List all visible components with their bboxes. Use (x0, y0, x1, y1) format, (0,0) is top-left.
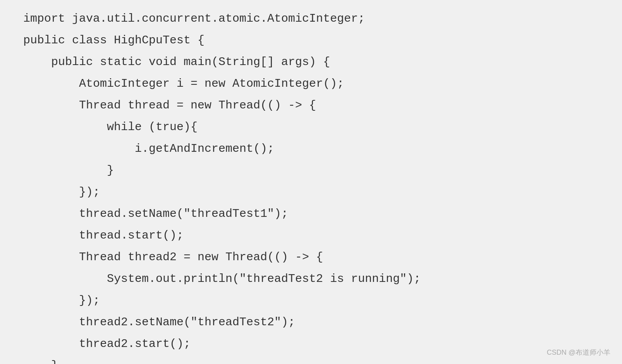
code-block: import java.util.concurrent.atomic.Atomi… (23, 8, 607, 364)
code-container: import java.util.concurrent.atomic.Atomi… (0, 0, 622, 364)
watermark: CSDN @布道师小羊 (547, 348, 610, 357)
